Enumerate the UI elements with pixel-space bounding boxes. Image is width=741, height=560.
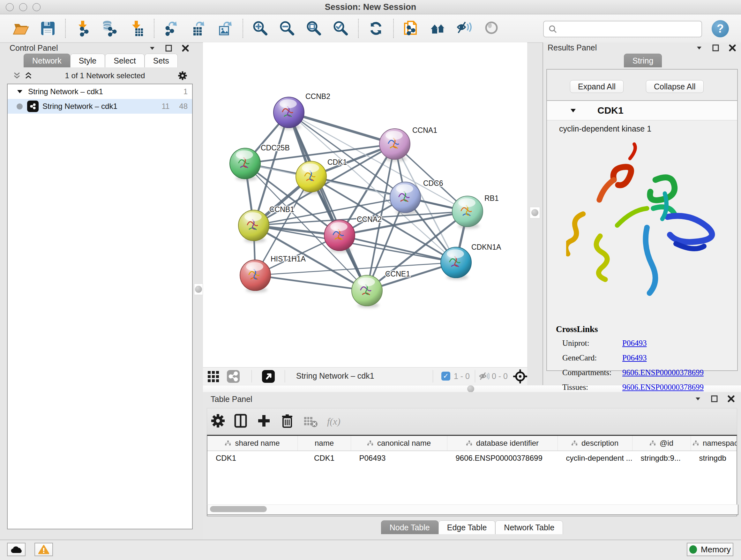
zoom-in-button[interactable] (251, 19, 270, 38)
zoom-selected-icon (333, 20, 349, 37)
import-network-button[interactable] (74, 19, 92, 38)
search-input[interactable] (560, 22, 701, 36)
fit-content-crosshair-icon[interactable] (513, 369, 527, 383)
search-box[interactable] (543, 21, 702, 37)
function-builder-button[interactable]: f(x) (326, 414, 341, 429)
float-panel-icon[interactable] (711, 395, 719, 403)
node-CCNB1[interactable]: CCNB1 (239, 205, 294, 243)
column-header-name[interactable]: name (298, 436, 351, 451)
zoom-fit-button[interactable] (305, 19, 323, 38)
close-panel-icon[interactable] (181, 44, 190, 52)
column-header-namespace[interactable]: namespace (691, 436, 738, 451)
grid-view-icon[interactable] (207, 371, 219, 382)
right-splitter-handle[interactable] (530, 207, 540, 219)
birds-eye-view-icon[interactable] (262, 370, 275, 383)
column-header-id[interactable]: @id (632, 436, 691, 451)
network-canvas[interactable]: CCNB2 CCNA1 CDC25B (203, 43, 527, 367)
zoom-selected-button[interactable] (332, 19, 350, 38)
add-column-button[interactable] (257, 414, 272, 429)
delete-table-button[interactable] (303, 414, 318, 429)
collapse-all-icon[interactable] (13, 71, 21, 80)
import-table-button[interactable] (127, 19, 146, 38)
network-tree-row[interactable]: String Network – cdk1 11 48 (8, 99, 192, 114)
zoom-out-button[interactable] (278, 19, 296, 38)
column-header-sharedname[interactable]: shared name (207, 436, 298, 451)
table-cell[interactable]: CDK1 (298, 451, 351, 465)
node-CDKN1A[interactable]: CDKN1A (441, 243, 501, 280)
memory-status-icon (689, 545, 697, 554)
left-splitter-handle[interactable] (194, 284, 203, 295)
crosslink-link[interactable]: 9606.ENSP00000378699 (622, 368, 704, 377)
gear-button[interactable] (211, 414, 226, 429)
refresh-network-button[interactable] (367, 19, 385, 38)
column-header-canonicalname[interactable]: canonical name (351, 436, 448, 451)
open-session-button[interactable] (12, 19, 30, 38)
node-table[interactable]: shared namenamecanonical namedatabase id… (207, 435, 737, 516)
close-panel-icon[interactable] (728, 44, 737, 52)
export-image-button[interactable] (216, 19, 234, 38)
expand-triangle-icon[interactable] (17, 88, 23, 95)
crosslink-link[interactable]: 9606.ENSP00000378699 (622, 383, 704, 392)
tab-edge-table[interactable]: Edge Table (439, 520, 495, 534)
node-label-CCNA2: CCNA2 (357, 215, 382, 224)
tab-sets[interactable]: Sets (145, 54, 178, 67)
panel-menu-icon[interactable] (695, 44, 703, 52)
delete-column-button[interactable] (280, 414, 295, 429)
status-bar: Memory (0, 540, 741, 560)
panel-menu-icon[interactable] (694, 395, 702, 403)
columns-button[interactable] (234, 414, 249, 429)
home-button[interactable] (428, 19, 447, 38)
network-tree-row[interactable]: String Network – cdk1 1 (8, 84, 192, 99)
crosslink-link[interactable]: P06493 (622, 339, 647, 348)
tab-network-table[interactable]: Network Table (495, 520, 563, 534)
toolbar-separator (358, 19, 359, 38)
export-table-button[interactable] (189, 19, 208, 38)
toolbar-separator (154, 19, 154, 38)
table-cell[interactable]: stringdb:9... (632, 451, 691, 465)
table-cell[interactable]: 9606.ENSP00000378699 (448, 451, 558, 465)
import-database-button[interactable] (100, 19, 119, 38)
float-panel-icon[interactable] (165, 44, 173, 52)
expand-all-button[interactable]: Expand All (570, 80, 623, 93)
column-header-databaseidentifier[interactable]: database identifier (448, 436, 558, 451)
node-CDC6[interactable]: CDC6 (390, 179, 443, 214)
crosslink-link[interactable]: P06493 (622, 354, 647, 362)
delete-column-icon (279, 413, 296, 430)
memory-button[interactable]: Memory (687, 543, 733, 556)
collapse-all-button[interactable]: Collapse All (646, 80, 704, 93)
string-style-icon[interactable] (226, 370, 240, 383)
table-cell[interactable]: stringdb (691, 451, 738, 465)
tab-network[interactable]: Network (23, 54, 70, 67)
float-panel-icon[interactable] (712, 44, 720, 52)
tab-select[interactable]: Select (105, 54, 144, 67)
share-document-button[interactable] (402, 19, 420, 38)
selected-nodes-checkbox[interactable]: ✓ (441, 372, 450, 381)
column-header-description[interactable]: description (558, 436, 632, 451)
table-cell[interactable]: P06493 (351, 451, 448, 465)
shared-column-icon (466, 441, 472, 446)
table-row[interactable]: CDK1CDK1P064939606.ENSP00000378699cyclin… (207, 451, 737, 465)
hidden-eye-icon[interactable] (479, 371, 489, 381)
table-horizontal-scrollbar[interactable] (207, 504, 738, 515)
panel-menu-icon[interactable] (148, 44, 156, 52)
table-cell[interactable]: cyclin-dependent ... (558, 451, 632, 465)
export-network-button[interactable] (162, 19, 181, 38)
collapse-triangle-icon[interactable] (569, 107, 577, 114)
close-panel-icon[interactable] (727, 395, 735, 403)
help-button[interactable]: ? (712, 20, 729, 37)
node-RB1[interactable]: RB1 (452, 194, 499, 229)
edge-CCNE1-HIST1H1A (255, 275, 367, 291)
inspector-orb-button[interactable] (482, 19, 501, 38)
tab-style[interactable]: Style (70, 54, 105, 67)
gear-icon[interactable] (178, 71, 188, 81)
expand-all-icon[interactable] (24, 71, 32, 80)
table-cell[interactable]: CDK1 (207, 451, 298, 465)
save-session-button[interactable] (39, 19, 57, 38)
gene-header-row[interactable]: CDK1 (547, 101, 737, 120)
tab-string[interactable]: String (624, 54, 662, 67)
tab-node-table[interactable]: Node Table (381, 520, 439, 534)
cloud-button[interactable] (7, 543, 25, 556)
hide-glasses-button[interactable] (455, 19, 474, 38)
warning-button[interactable] (35, 543, 53, 556)
edge-count: 48 (179, 102, 188, 111)
